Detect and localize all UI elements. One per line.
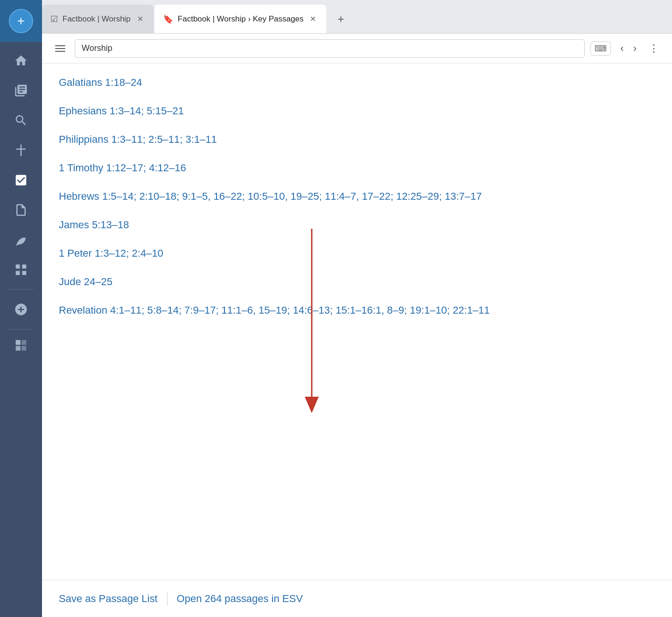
home-icon (14, 54, 28, 68)
sidebar: + (0, 0, 42, 617)
sidebar-divider-2 (8, 329, 34, 330)
tab2-close[interactable]: ✕ (308, 14, 318, 24)
forward-button[interactable]: › (630, 42, 640, 56)
menu-line-3 (55, 51, 65, 52)
passage-text: 1 Peter 1:3–12; 2:4–10 (59, 247, 163, 259)
sidebar-nav (0, 42, 42, 617)
tab2-label: Factbook | Worship › Key Passages (178, 14, 304, 24)
more-button[interactable]: ⋮ (646, 42, 663, 56)
sidebar-add-button[interactable] (5, 295, 37, 323)
passage-text: Ephesians 1:3–14; 5:15–21 (59, 105, 184, 117)
menu-button[interactable] (51, 43, 69, 54)
tab-factbook-worship[interactable]: ☑ Factbook | Worship ✕ (42, 5, 154, 33)
sidebar-item-documents[interactable] (5, 196, 37, 224)
list-item[interactable]: Revelation 4:1–11; 5:8–14; 7:9–17; 11:1–… (59, 302, 655, 318)
library-icon (14, 84, 28, 98)
passage-text: 1 Timothy 1:12–17; 4:12–16 (59, 162, 186, 174)
back-button[interactable]: ‹ (616, 42, 627, 56)
menu-line-2 (55, 48, 65, 49)
kbd-icon: ⌨ (595, 44, 607, 53)
forward-icon: › (633, 42, 637, 54)
sidebar-item-logos[interactable] (5, 226, 37, 254)
tab-factbook-key-passages[interactable]: 🔖 Factbook | Worship › Key Passages ✕ (154, 5, 327, 33)
sidebar-item-grid[interactable] (5, 256, 37, 284)
footer-divider (167, 592, 168, 605)
sidebar-item-search[interactable] (5, 106, 37, 134)
tab2-icon: 🔖 (163, 14, 173, 24)
menu-line-1 (55, 45, 65, 46)
new-tab-button[interactable]: + (329, 5, 352, 33)
sidebar-item-devotional[interactable] (5, 136, 37, 164)
save-passage-list-button[interactable]: Save as Passage List (59, 593, 158, 605)
open-passages-button[interactable]: Open 264 passages in ESV (177, 593, 303, 605)
passage-text: Philippians 1:3–11; 2:5–11; 3:1–11 (59, 133, 217, 145)
content-area: Galatians 1:18–24 Ephesians 1:3–14; 5:15… (42, 63, 672, 580)
open-passages-label: Open 264 passages in ESV (177, 593, 303, 604)
keyboard-button[interactable]: ⌨ (590, 42, 611, 56)
list-item[interactable]: 1 Peter 1:3–12; 2:4–10 (59, 245, 655, 261)
document-icon (14, 203, 28, 217)
back-icon: ‹ (620, 42, 623, 54)
tab-bar: ☑ Factbook | Worship ✕ 🔖 Factbook | Wors… (42, 0, 672, 34)
sidebar-item-layout[interactable] (5, 335, 37, 363)
tab1-icon: ☑ (50, 14, 58, 24)
main-content: ☑ Factbook | Worship ✕ 🔖 Factbook | Wors… (42, 0, 672, 617)
grid-icon (14, 263, 28, 277)
list-item[interactable]: Jude 24–25 (59, 274, 655, 289)
sidebar-item-home[interactable] (5, 47, 37, 75)
logo-icon: + (17, 14, 25, 28)
list-item[interactable]: Ephesians 1:3–14; 5:15–21 (59, 103, 655, 119)
check-square-icon (14, 173, 28, 187)
cross-icon (14, 143, 28, 157)
more-icon: ⋮ (649, 42, 660, 54)
layout-icon (14, 338, 28, 352)
search-input[interactable] (75, 39, 585, 58)
list-item[interactable]: James 5:13–18 (59, 217, 655, 232)
passage-text: Revelation 4:1–11; 5:8–14; 7:9–17; 11:1–… (59, 304, 490, 316)
list-item[interactable]: Hebrews 1:5–14; 2:10–18; 9:1–5, 16–22; 1… (59, 189, 655, 204)
tab1-label: Factbook | Worship (63, 14, 131, 24)
list-item[interactable]: Philippians 1:3–11; 2:5–11; 3:1–11 (59, 132, 655, 147)
toolbar: ⌨ ‹ › ⋮ (42, 34, 672, 63)
passage-text: Galatians 1:18–24 (59, 77, 142, 88)
list-item[interactable]: Galatians 1:18–24 (59, 75, 655, 90)
leaf-icon (14, 233, 28, 247)
sidebar-item-notes[interactable] (5, 166, 37, 194)
passage-text: James 5:13–18 (59, 219, 129, 231)
list-item[interactable]: 1 Timothy 1:12–17; 4:12–16 (59, 160, 655, 175)
search-icon (14, 113, 28, 127)
passage-text: Jude 24–25 (59, 276, 112, 287)
save-passage-list-label: Save as Passage List (59, 593, 158, 604)
add-panel-icon (14, 302, 28, 316)
footer-actions: Save as Passage List Open 264 passages i… (42, 580, 672, 617)
passage-text: Hebrews 1:5–14; 2:10–18; 9:1–5, 16–22; 1… (59, 190, 482, 202)
tab-add-icon: + (337, 13, 344, 26)
nav-buttons: ‹ › (616, 42, 640, 56)
sidebar-divider (8, 289, 34, 290)
passage-list: Galatians 1:18–24 Ephesians 1:3–14; 5:15… (59, 75, 655, 580)
sidebar-item-library[interactable] (5, 77, 37, 105)
tab1-close[interactable]: ✕ (135, 14, 145, 24)
app-logo[interactable]: + (0, 0, 42, 42)
